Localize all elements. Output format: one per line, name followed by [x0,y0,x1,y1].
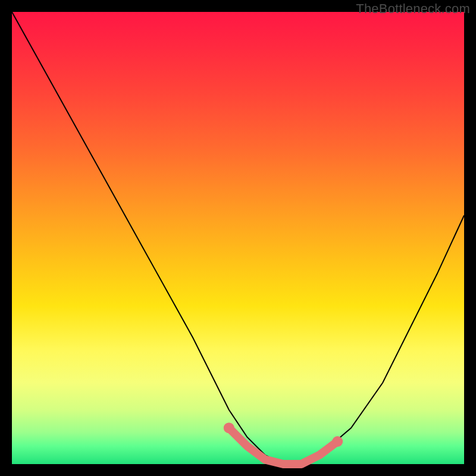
bottleneck-curve [12,12,464,464]
watermark-text: TheBottleneck.com [356,1,470,17]
accent-end-dot-left [224,422,234,433]
chart-frame: TheBottleneck.com [0,0,476,476]
plot-area [12,12,464,464]
accent-end-dot-right [332,436,343,447]
bottleneck-curve-svg [12,12,464,464]
